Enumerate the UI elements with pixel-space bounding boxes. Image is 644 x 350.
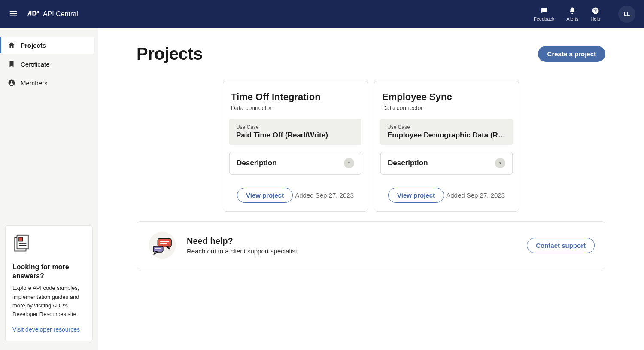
help-title: Need help? <box>187 236 299 246</box>
page-title: Projects <box>137 44 203 64</box>
sidebar-item-label: Certificate <box>21 61 50 68</box>
project-name: Time Off Integration <box>229 91 361 103</box>
chat-icon <box>540 7 548 15</box>
user-avatar[interactable]: LL <box>618 6 635 23</box>
usecase-box: Use Case Employee Demographic Data (Read… <box>380 119 513 145</box>
product-name: API Central <box>43 10 78 18</box>
sidebar-item-label: Members <box>21 79 48 87</box>
chat-illustration-icon <box>147 230 177 260</box>
usecase-label: Use Case <box>387 124 506 130</box>
description-label: Description <box>237 159 277 167</box>
person-icon <box>8 79 15 87</box>
description-toggle[interactable]: Description <box>229 152 361 175</box>
developer-resources-card: Looking for more answers? Explore API co… <box>5 225 93 341</box>
sidebar-item-projects[interactable]: Projects <box>0 37 94 54</box>
sidebar-item-members[interactable]: Members <box>0 74 94 91</box>
usecase-value: Paid Time Off (Read/Write) <box>236 131 355 140</box>
project-cards: Time Off Integration Data connector Use … <box>137 81 605 212</box>
feedback-label: Feedback <box>534 16 554 21</box>
header-actions: Feedback Alerts ? Help LL <box>534 6 635 23</box>
project-added-date: Added Sep 27, 2023 <box>295 192 354 199</box>
usecase-box: Use Case Paid Time Off (Read/Write) <box>229 119 361 145</box>
description-label: Description <box>388 159 428 167</box>
project-subtitle: Data connector <box>229 104 361 111</box>
sidebar: Projects Certificate Members Looking for… <box>0 28 98 350</box>
contact-support-button[interactable]: Contact support <box>527 238 595 253</box>
app-header: API Central Feedback Alerts ? Help LL <box>0 0 644 28</box>
svg-rect-6 <box>19 237 23 241</box>
sidebar-item-label: Projects <box>21 42 46 49</box>
create-project-button[interactable]: Create a project <box>538 46 605 62</box>
menu-toggle[interactable] <box>9 9 18 20</box>
chevron-down-icon <box>344 158 354 168</box>
svg-rect-13 <box>153 246 163 252</box>
description-toggle[interactable]: Description <box>380 152 513 175</box>
document-icon <box>12 234 30 253</box>
view-project-button[interactable]: View project <box>388 188 444 203</box>
promo-body: Explore API code samples, implementation… <box>12 284 85 319</box>
chevron-down-icon <box>495 158 505 168</box>
sidebar-item-certificate[interactable]: Certificate <box>0 55 94 73</box>
project-card: Employee Sync Data connector Use Case Em… <box>374 81 519 212</box>
main-content: Projects Create a project Time Off Integ… <box>98 28 644 350</box>
promo-title: Looking for more answers? <box>12 263 85 281</box>
project-card: Time Off Integration Data connector Use … <box>223 81 368 212</box>
help-button[interactable]: ? Help <box>590 7 600 21</box>
help-label: Help <box>590 16 600 21</box>
project-subtitle: Data connector <box>380 104 513 111</box>
bookmark-icon <box>8 60 15 68</box>
usecase-value: Employee Demographic Data (Read) <box>387 131 506 140</box>
alerts-button[interactable]: Alerts <box>566 7 578 21</box>
adp-logo <box>27 9 39 20</box>
hamburger-icon <box>9 9 18 18</box>
bell-icon <box>568 7 576 15</box>
help-banner: Need help? Reach out to a client support… <box>137 221 605 269</box>
svg-text:?: ? <box>594 8 596 13</box>
project-added-date: Added Sep 27, 2023 <box>446 192 505 199</box>
svg-rect-10 <box>158 238 172 247</box>
alerts-label: Alerts <box>566 16 578 21</box>
developer-resources-link[interactable]: Visit developer resources <box>12 326 80 333</box>
home-icon <box>8 41 15 49</box>
help-icon: ? <box>592 7 599 15</box>
feedback-button[interactable]: Feedback <box>534 7 554 21</box>
view-project-button[interactable]: View project <box>237 188 293 203</box>
project-name: Employee Sync <box>380 91 513 103</box>
usecase-label: Use Case <box>236 124 355 130</box>
adp-logo-icon <box>27 9 39 17</box>
svg-point-3 <box>11 81 13 83</box>
help-body: Reach out to a client support specialist… <box>187 247 299 255</box>
